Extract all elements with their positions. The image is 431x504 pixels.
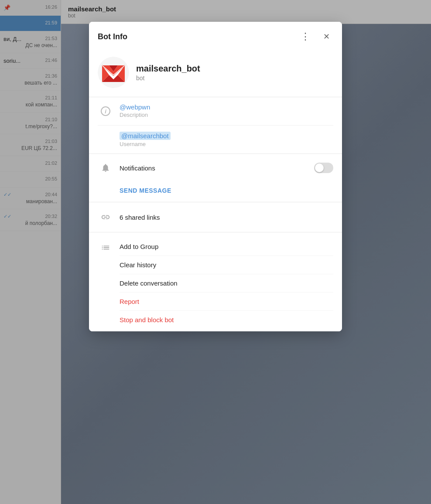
username-label: Username: [120, 141, 171, 147]
gmail-icon: [98, 57, 129, 88]
info-row-description: i @webpwn Description: [98, 97, 333, 126]
modal-header-actions: ⋮ ✕: [298, 30, 333, 44]
notifications-row: Notifications: [98, 154, 333, 182]
bot-type: bot: [136, 75, 200, 82]
shared-links-text: 6 shared links: [120, 214, 160, 221]
toggle-thumb: [315, 163, 324, 172]
bot-info: mailsearch_bot bot: [136, 64, 200, 82]
report-button[interactable]: Report: [120, 293, 333, 311]
modal-title: Bot Info: [98, 32, 127, 41]
description-label: Description: [120, 112, 150, 118]
modal-overlay: Bot Info ⋮ ✕: [0, 0, 431, 504]
send-message-row: SEND MESSAGE: [98, 182, 333, 202]
modal-header: Bot Info ⋮ ✕: [89, 22, 342, 50]
notifications-toggle[interactable]: [314, 163, 333, 173]
close-icon: ✕: [323, 32, 330, 41]
bot-avatar: [98, 57, 129, 88]
info-content-description: @webpwn Description: [120, 103, 150, 118]
username-value[interactable]: @mailsearchbot: [120, 132, 171, 140]
info-icon-spacer: [98, 132, 113, 147]
notifications-label: Notifications: [120, 164, 314, 172]
bot-name: mailsearch_bot: [136, 64, 200, 74]
close-button[interactable]: ✕: [319, 30, 333, 44]
shared-links-row[interactable]: 6 shared links: [98, 202, 333, 232]
link-icon: [98, 209, 113, 225]
stop-and-block-button[interactable]: Stop and block bot: [120, 311, 333, 329]
bot-profile: mailsearch_bot bot: [89, 50, 342, 97]
info-content-username: @mailsearchbot Username: [120, 132, 171, 147]
more-vert-icon: ⋮: [301, 31, 311, 42]
actions-section: Add to Group Clear history Delete conver…: [89, 232, 342, 331]
webpwn-value: @webpwn: [120, 103, 150, 111]
clear-history-button[interactable]: Clear history: [120, 256, 333, 274]
info-row-username: @mailsearchbot Username: [98, 126, 333, 153]
list-icon: [101, 243, 110, 252]
notifications-section: Notifications SEND MESSAGE: [89, 154, 342, 202]
delete-conversation-button[interactable]: Delete conversation: [120, 274, 333, 293]
bot-info-modal: Bot Info ⋮ ✕: [89, 22, 342, 331]
send-message-button[interactable]: SEND MESSAGE: [98, 182, 171, 200]
bell-icon: [98, 160, 113, 176]
info-circle-icon: i: [98, 103, 113, 119]
shared-links-section: 6 shared links: [89, 202, 342, 232]
actions-list: Add to Group Clear history Delete conver…: [120, 238, 333, 329]
add-to-group-button[interactable]: Add to Group: [120, 238, 333, 256]
more-options-button[interactable]: ⋮: [298, 30, 312, 44]
info-section: i @webpwn Description @mailsearchbot Use…: [89, 97, 342, 154]
